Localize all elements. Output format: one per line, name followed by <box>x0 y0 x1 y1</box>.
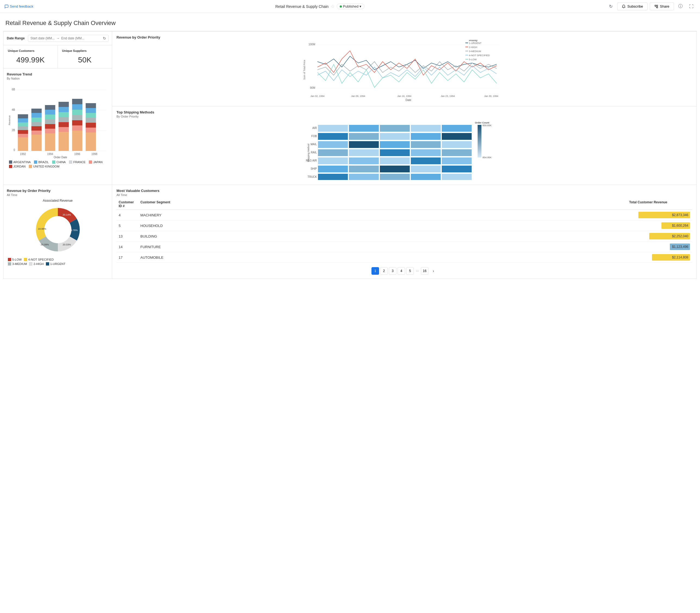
published-dot <box>340 5 342 8</box>
legend-jordan: JORDAN <box>9 165 26 168</box>
svg-rect-0 <box>655 5 656 6</box>
svg-rect-37 <box>59 122 69 127</box>
table-row: 14 FURNITURE $1,123,496 <box>116 242 692 252</box>
svg-rect-54 <box>86 108 96 113</box>
svg-rect-1 <box>657 5 658 6</box>
svg-text:20.03%: 20.03% <box>63 243 71 246</box>
svg-text:1994: 1994 <box>47 153 53 156</box>
bottom-left-title: Revenue by Order Priority <box>7 189 108 193</box>
legend-uk: UNITED KINGDOM <box>29 165 60 168</box>
send-feedback-button[interactable]: Send feedback <box>4 4 34 9</box>
svg-rect-45 <box>72 115 82 120</box>
legend-china: CHINA <box>52 160 66 164</box>
revenue-bar-cell: $1,600,264 <box>627 222 692 229</box>
page-16-button[interactable]: 16 <box>421 267 428 275</box>
argentina-color <box>9 160 12 164</box>
svg-text:3-MEDIUM: 3-MEDIUM <box>469 50 481 53</box>
brazil-color <box>34 160 37 164</box>
customer-segment: FURNITURE <box>138 245 627 249</box>
svg-text:Jan 09, 1994: Jan 09, 1994 <box>351 95 365 97</box>
page-4-button[interactable]: 4 <box>398 267 405 275</box>
svg-rect-94 <box>318 149 348 156</box>
customers-table: Customer ID # Customer Segment Total Cus… <box>116 199 692 263</box>
customer-id: 5 <box>116 224 138 228</box>
bottom-left: Revenue by Order Priority All Time Assoc… <box>3 185 112 278</box>
france-color <box>69 160 72 164</box>
argentina-label: ARGENTINA <box>13 160 31 164</box>
svg-text:Jan 02, 1994: Jan 02, 1994 <box>310 95 324 97</box>
star-icon[interactable]: ☆ <box>331 4 335 9</box>
4notspec-color <box>24 258 27 261</box>
france-label: FRANCE <box>73 160 86 164</box>
subscribe-button[interactable]: Subscribe <box>617 2 648 10</box>
page-3-button[interactable]: 3 <box>389 267 397 275</box>
svg-rect-120 <box>442 133 472 140</box>
svg-rect-99 <box>349 133 379 140</box>
revenue-bar: $2,252,040 <box>649 233 690 239</box>
svg-rect-18 <box>18 122 28 127</box>
svg-text:0: 0 <box>14 148 15 152</box>
revenue-bar: $2,114,808 <box>652 254 690 261</box>
refresh-button[interactable]: ↻ <box>606 2 615 11</box>
shipping-title: Top Shipping Methods <box>116 110 692 114</box>
svg-rect-38 <box>59 117 69 122</box>
svg-rect-92 <box>318 133 348 140</box>
svg-text:90M: 90M <box>310 86 315 89</box>
report-title: Retail Revenue & Supply Chain <box>275 4 328 9</box>
nations-legend: ARGENTINA BRAZIL CHINA FRANCE <box>7 160 108 168</box>
legend-5low: 5-LOW <box>8 258 22 261</box>
customer-id: 4 <box>116 213 138 217</box>
customer-segment: AUTOMOBILE <box>138 256 627 260</box>
svg-text:TRUCK: TRUCK <box>308 175 317 178</box>
topbar-actions: ↻ Subscribe Share ⓘ ⛶ <box>606 2 696 11</box>
svg-rect-104 <box>349 174 379 180</box>
svg-text:MAIL: MAIL <box>311 143 317 146</box>
legend-japan: JAPAN <box>89 160 103 164</box>
page-5-button[interactable]: 5 <box>406 267 414 275</box>
date-refresh-icon[interactable]: ↻ <box>103 36 106 40</box>
published-badge[interactable]: Published ▾ <box>337 3 364 9</box>
svg-rect-107 <box>380 141 410 148</box>
svg-rect-114 <box>411 141 441 148</box>
info-button[interactable]: ⓘ <box>676 2 685 11</box>
svg-rect-22 <box>31 131 42 135</box>
svg-rect-103 <box>349 166 379 172</box>
page-next-icon[interactable]: › <box>430 267 437 275</box>
svg-rect-91 <box>318 125 348 132</box>
svg-rect-93 <box>318 141 348 148</box>
svg-rect-43 <box>72 126 82 131</box>
main-grid: Date Range Start date (MM... → End date … <box>3 31 697 185</box>
svg-rect-28 <box>45 133 55 151</box>
svg-rect-32 <box>45 115 55 119</box>
svg-text:1992: 1992 <box>20 153 26 156</box>
svg-text:20.09%: 20.09% <box>40 243 49 246</box>
fullscreen-button[interactable]: ⛶ <box>687 2 696 11</box>
svg-rect-123 <box>442 157 472 164</box>
svg-rect-47 <box>72 104 82 110</box>
dashboard: Retail Revenue & Supply Chain Overview D… <box>0 13 700 613</box>
2high-label: 2-HIGH <box>34 262 43 265</box>
revenue-bar-cell: $2,252,040 <box>627 233 692 239</box>
customer-id: 13 <box>116 234 138 238</box>
col-revenue: Total Customer Revenue <box>627 200 692 208</box>
date-range-input[interactable]: Start date (MM... → End date (MM... ↻ <box>28 35 108 42</box>
page-1-button[interactable]: 1 <box>372 267 379 275</box>
table-row: 13 BUILDING $2,252,040 <box>116 231 692 242</box>
svg-rect-41 <box>59 102 69 107</box>
china-color <box>52 160 55 164</box>
revenue-trend-chart: 6B 4B 2B 0 Revenue <box>7 82 108 158</box>
svg-rect-51 <box>86 123 96 128</box>
svg-text:854.95K: 854.95K <box>482 156 492 159</box>
start-date-placeholder: Start date (MM... <box>30 36 55 40</box>
5low-label: 5-LOW <box>12 258 22 261</box>
customer-segment: MACHINERY <box>138 213 627 217</box>
unique-customers-label: Unique Customers <box>8 49 53 52</box>
svg-rect-97 <box>318 174 348 180</box>
svg-rect-40 <box>59 107 69 112</box>
svg-rect-52 <box>86 118 96 123</box>
3medium-color <box>8 262 11 265</box>
svg-rect-20 <box>18 114 28 118</box>
share-button[interactable]: Share <box>650 2 674 10</box>
page-2-button[interactable]: 2 <box>380 267 388 275</box>
table-row: 4 MACHINERY $2,873,346 <box>116 210 692 220</box>
